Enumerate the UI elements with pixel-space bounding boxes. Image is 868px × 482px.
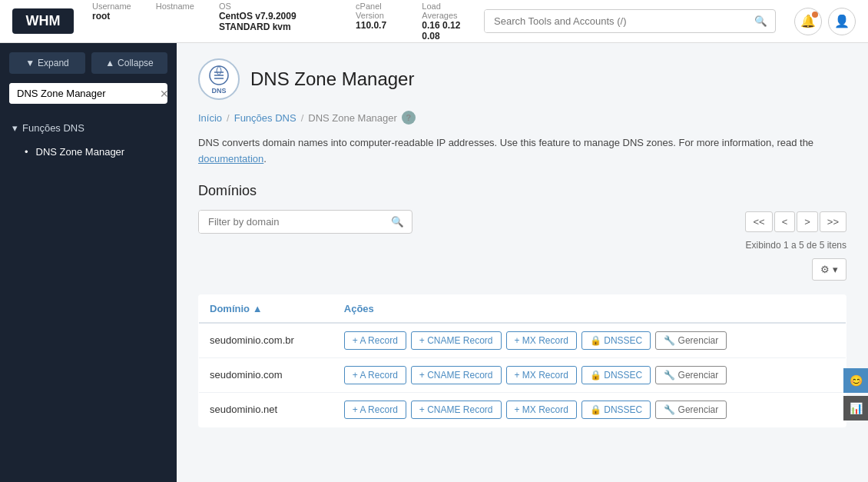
username-meta: Username root xyxy=(92,2,131,42)
documentation-link[interactable]: documentation xyxy=(198,153,263,165)
sidebar: ▼ Expand ▲ Collapse ✕ ▾ Funções DNS DNS … xyxy=(0,43,177,482)
domain-table: Domínio ▲ Ações seudominio.com.br+ A Rec… xyxy=(198,294,846,427)
sidebar-search-box: ✕ xyxy=(9,83,167,104)
filter-input[interactable] xyxy=(199,211,383,233)
collapse-icon: ▲ xyxy=(105,58,114,68)
page-icon: DNS xyxy=(198,58,240,100)
action-button-4[interactable]: 🔧 Gerenciar xyxy=(655,331,727,350)
actions-cell: + A Record+ CNAME Record+ MX Record🔒 DNS… xyxy=(333,357,846,392)
main-layout: ▼ Expand ▲ Collapse ✕ ▾ Funções DNS DNS … xyxy=(0,43,868,482)
filter-row: 🔍 << < > >> xyxy=(198,210,846,234)
floating-chart-icon[interactable]: 📊 xyxy=(843,396,868,421)
user-menu-button[interactable]: 👤 xyxy=(828,8,856,35)
page-description: DNS converts domain names into computer-… xyxy=(198,135,846,168)
content-area: DNS DNS Zone Manager Início / Funções DN… xyxy=(177,43,868,482)
collapse-button[interactable]: ▲ Collapse xyxy=(91,52,167,74)
chevron-down-icon: ▾ xyxy=(12,122,18,134)
expand-icon: ▼ xyxy=(25,58,35,68)
settings-row: ⚙ ▾ xyxy=(198,258,846,288)
action-button-0[interactable]: + A Record xyxy=(344,331,406,350)
table-row: seudominio.com.br+ A Record+ CNAME Recor… xyxy=(199,323,846,358)
action-button-4[interactable]: 🔧 Gerenciar xyxy=(655,401,727,419)
search-button[interactable]: 🔍 xyxy=(747,10,775,32)
os-meta: OS CentOS v7.9.2009 STANDARD kvm xyxy=(219,2,331,42)
cpanel-label: cPanel Version xyxy=(356,2,397,20)
action-button-2[interactable]: + MX Record xyxy=(506,401,577,419)
search-box: 🔍 xyxy=(484,9,776,33)
search-input[interactable] xyxy=(485,10,747,32)
sidebar-buttons: ▼ Expand ▲ Collapse xyxy=(0,52,177,83)
actions-container: + A Record+ CNAME Record+ MX Record🔒 DNS… xyxy=(344,401,835,419)
action-button-4[interactable]: 🔧 Gerenciar xyxy=(655,366,727,384)
topbar-meta: Username root Hostname OS CentOS v7.9.20… xyxy=(92,2,465,42)
load-label: Load Averages xyxy=(422,2,465,20)
breadcrumb-funcoes-dns[interactable]: Funções DNS xyxy=(234,112,297,124)
action-button-3[interactable]: 🔒 DNSSEC xyxy=(581,366,651,384)
os-value: CentOS v7.9.2009 STANDARD kvm xyxy=(219,11,331,32)
sidebar-category-label: Funções DNS xyxy=(22,122,84,134)
domain-cell: seudominio.net xyxy=(199,392,333,427)
whm-logo: WHM xyxy=(12,8,74,34)
action-button-2[interactable]: + MX Record xyxy=(506,331,577,350)
cpanel-value: 110.0.7 xyxy=(356,20,397,31)
pagination-last-button[interactable]: >> xyxy=(820,211,846,232)
action-button-3[interactable]: 🔒 DNSSEC xyxy=(581,401,651,419)
pagination-next-button[interactable]: > xyxy=(797,211,818,232)
icon-label: DNS xyxy=(211,87,226,95)
page-header: DNS DNS Zone Manager xyxy=(198,58,846,100)
expand-label: Expand xyxy=(38,58,69,68)
section-title: Domínios xyxy=(198,183,846,199)
load-value: 0.16 0.12 0.08 xyxy=(422,20,465,42)
breadcrumb-sep-1: / xyxy=(227,112,230,124)
table-header-row: Domínio ▲ Ações xyxy=(199,294,846,323)
help-icon[interactable]: ? xyxy=(402,111,416,125)
action-button-1[interactable]: + CNAME Record xyxy=(411,331,502,350)
page-title: DNS Zone Manager xyxy=(250,68,414,90)
sidebar-item-dns-zone-manager[interactable]: DNS Zone Manager xyxy=(0,140,177,164)
settings-dropdown-arrow: ▾ xyxy=(833,264,838,275)
load-averages-meta: Load Averages 0.16 0.12 0.08 xyxy=(422,2,465,42)
actions-cell: + A Record+ CNAME Record+ MX Record🔒 DNS… xyxy=(333,323,846,358)
floating-icons: 😊 📊 xyxy=(843,368,868,421)
domain-cell: seudominio.com xyxy=(199,357,333,392)
actions-container: + A Record+ CNAME Record+ MX Record🔒 DNS… xyxy=(344,331,835,350)
pagination-info: Exibindo 1 a 5 de 5 itens xyxy=(198,240,846,251)
table-row: seudominio.net+ A Record+ CNAME Record+ … xyxy=(199,392,846,427)
col-domain-label: Domínio xyxy=(210,303,250,314)
filter-search-button[interactable]: 🔍 xyxy=(383,211,412,233)
sidebar-section-dns: ▾ Funções DNS DNS Zone Manager xyxy=(0,113,177,167)
sidebar-search-input[interactable] xyxy=(9,83,154,104)
breadcrumb-inicio[interactable]: Início xyxy=(198,112,222,124)
pagination-prev-button[interactable]: < xyxy=(774,211,796,232)
filter-input-wrap: 🔍 xyxy=(198,210,412,234)
breadcrumb: Início / Funções DNS / DNS Zone Manager … xyxy=(198,111,846,125)
action-button-0[interactable]: + A Record xyxy=(344,401,406,419)
os-label: OS xyxy=(219,2,331,11)
dns-icon-svg xyxy=(208,65,230,86)
pagination: << < > >> xyxy=(745,211,846,232)
action-button-1[interactable]: + CNAME Record xyxy=(411,401,502,419)
floating-chat-icon[interactable]: 😊 xyxy=(843,368,868,393)
hostname-meta: Hostname xyxy=(156,2,194,42)
topbar-icons: 🔔 👤 xyxy=(794,8,856,35)
username-value: root xyxy=(92,11,131,22)
expand-button[interactable]: ▼ Expand xyxy=(9,52,85,74)
action-button-1[interactable]: + CNAME Record xyxy=(411,366,502,384)
action-button-0[interactable]: + A Record xyxy=(344,366,406,384)
collapse-label: Collapse xyxy=(118,58,154,68)
cpanel-version-meta: cPanel Version 110.0.7 xyxy=(356,2,397,42)
action-button-3[interactable]: 🔒 DNSSEC xyxy=(581,331,651,350)
sidebar-clear-button[interactable]: ✕ xyxy=(154,85,167,103)
action-button-2[interactable]: + MX Record xyxy=(506,366,577,384)
pagination-first-button[interactable]: << xyxy=(745,211,772,232)
sidebar-item-label: DNS Zone Manager xyxy=(36,146,125,158)
col-actions: Ações xyxy=(333,294,846,323)
gear-icon: ⚙ xyxy=(820,264,830,275)
notifications-button[interactable]: 🔔 xyxy=(794,8,822,35)
col-domain: Domínio ▲ xyxy=(199,294,333,323)
actions-cell: + A Record+ CNAME Record+ MX Record🔒 DNS… xyxy=(333,392,846,427)
settings-button[interactable]: ⚙ ▾ xyxy=(812,258,846,281)
sort-arrow-icon: ▲ xyxy=(253,303,263,314)
sidebar-category-dns[interactable]: ▾ Funções DNS xyxy=(0,116,177,140)
breadcrumb-sep-2: / xyxy=(301,112,304,124)
